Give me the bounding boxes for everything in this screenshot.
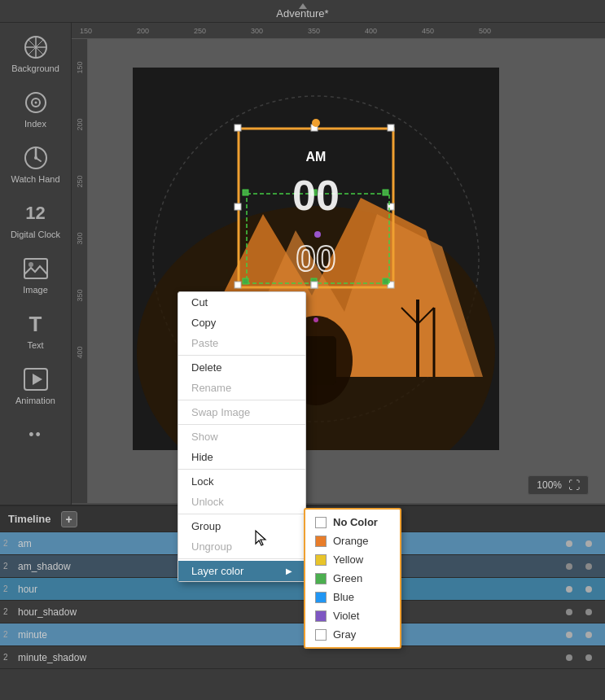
ruler-mark-v: 300 — [76, 232, 84, 244]
sidebar-item-text[interactable]: T Text — [3, 306, 68, 353]
gray-swatch — [315, 629, 327, 641]
svg-rect-42 — [243, 190, 248, 195]
yellow-swatch — [315, 554, 327, 566]
layer-name-hour-shadow: hour_shadow — [18, 606, 566, 618]
ruler-mark: 150 — [80, 27, 92, 35]
layer-num: 2 — [3, 630, 15, 639]
layer-dot — [566, 609, 572, 615]
layer-name-minute: minute — [18, 629, 566, 641]
maximize-icon[interactable]: ⛶ — [568, 479, 580, 492]
sidebar-item-index[interactable]: Index — [3, 85, 68, 132]
timeline-title: Timeline — [8, 513, 51, 525]
canvas[interactable]: AM 00 00 100% ⛶ — [88, 39, 605, 503]
svg-point-13 — [28, 262, 33, 267]
submenu-item-green[interactable]: Green — [305, 569, 400, 588]
menu-item-paste: Paste — [178, 333, 305, 353]
svg-text:00: 00 — [292, 172, 340, 219]
submenu-item-gray[interactable]: Gray — [305, 625, 400, 644]
menu-item-delete[interactable]: Delete — [178, 357, 305, 378]
sidebar-item-watch-hand[interactable]: Watch Hand — [3, 140, 68, 187]
ruler-mark-v: 400 — [76, 346, 84, 358]
timeline-add-button[interactable]: + — [61, 511, 77, 527]
menu-item-ungroup: Ungroup — [178, 536, 305, 557]
svg-rect-38 — [235, 203, 241, 210]
layer-dot — [585, 609, 592, 615]
title-bar: Adventure* — [0, 0, 605, 23]
ruler-mark-v: 200 — [76, 118, 84, 130]
menu-item-hide[interactable]: Hide — [178, 447, 305, 467]
layer-color-submenu: No Color Orange Yellow Green Blue Violet… — [304, 508, 401, 649]
sidebar-item-image[interactable]: Image — [3, 251, 68, 298]
submenu-item-violet[interactable]: Violet — [305, 606, 400, 625]
zoom-bar: 100% ⛶ — [528, 475, 589, 495]
ruler-mark: 250 — [194, 27, 206, 35]
ruler-mark-v: 150 — [76, 61, 84, 73]
ruler-mark: 500 — [479, 27, 491, 35]
layer-dot — [585, 632, 592, 638]
layer-dots — [566, 540, 598, 547]
sidebar-item-animation[interactable]: Animation — [3, 361, 68, 409]
svg-rect-34 — [235, 282, 241, 288]
layer-num: 2 — [3, 607, 15, 616]
layer-dots — [566, 586, 598, 593]
menu-item-layer-color[interactable]: Layer color ▶ — [178, 561, 305, 581]
menu-item-copy[interactable]: Copy — [178, 313, 305, 333]
submenu-item-no-color[interactable]: No Color — [305, 513, 400, 532]
ruler-mark: 450 — [422, 27, 434, 35]
menu-item-show: Show — [178, 427, 305, 447]
menu-item-group[interactable]: Group — [178, 516, 305, 536]
submenu-item-yellow[interactable]: Yellow — [305, 550, 400, 569]
menu-separator — [178, 355, 305, 356]
layer-dot — [585, 540, 592, 547]
menu-item-cut[interactable]: Cut — [178, 292, 305, 313]
sidebar-label-text: Text — [27, 340, 43, 350]
app-title: Adventure* — [276, 7, 328, 20]
layer-dot — [566, 586, 572, 593]
layer-dot — [566, 563, 572, 570]
text-icon: T — [21, 309, 50, 339]
blue-label: Blue — [333, 591, 354, 603]
svg-text:AM: AM — [306, 150, 327, 164]
background-icon — [21, 33, 50, 62]
green-label: Green — [333, 572, 362, 584]
orange-label: Orange — [333, 535, 368, 547]
ruler-mark-v: 250 — [76, 175, 84, 187]
layer-dot — [585, 563, 592, 570]
layer-dots — [566, 632, 598, 638]
svg-marker-15 — [33, 374, 42, 385]
image-icon — [21, 254, 50, 283]
timeline-layer-hour-shadow[interactable]: 2 hour_shadow — [0, 601, 605, 623]
layer-num: 2 — [3, 539, 15, 548]
zoom-label: 100% — [537, 479, 562, 491]
index-icon — [21, 88, 50, 117]
watch-hand-icon — [21, 143, 50, 173]
svg-text:00: 00 — [296, 238, 336, 278]
menu-separator-5 — [178, 514, 305, 514]
context-menu: Cut Copy Paste Delete Rename Swap Image … — [178, 291, 306, 582]
ruler-mark: 400 — [365, 27, 377, 35]
digital-clock-icon: 12 — [21, 199, 50, 228]
sidebar-item-digital-clock[interactable]: 12 Digital Clock — [3, 195, 68, 243]
ruler-left: 150 200 250 300 350 400 — [72, 39, 88, 503]
timeline-layer-minute-shadow[interactable]: 2 minute_shadow — [0, 646, 605, 669]
svg-point-11 — [34, 156, 37, 160]
menu-item-lock[interactable]: Lock — [178, 471, 305, 492]
sidebar: Background Index Watch Hand 12 Digital C… — [0, 23, 72, 527]
sidebar-item-more[interactable]: •• — [3, 417, 68, 453]
submenu-item-blue[interactable]: Blue — [305, 588, 400, 606]
timeline-layer-minute[interactable]: 2 minute — [0, 623, 605, 646]
layer-dot — [585, 586, 592, 593]
ruler-mark: 200 — [137, 27, 149, 35]
menu-separator-3 — [178, 424, 305, 425]
no-color-swatch — [315, 517, 327, 528]
svg-rect-39 — [388, 203, 394, 210]
sidebar-item-background[interactable]: Background — [3, 29, 68, 77]
ruler-mark-v: 350 — [76, 289, 84, 301]
submenu-item-orange[interactable]: Orange — [305, 532, 400, 550]
violet-label: Violet — [333, 610, 359, 622]
submenu-arrow-icon: ▶ — [286, 567, 292, 575]
svg-point-40 — [312, 119, 320, 127]
ruler-top: 150 200 250 300 350 400 450 500 — [72, 23, 605, 39]
yellow-label: Yellow — [333, 553, 363, 566]
menu-separator-2 — [178, 400, 305, 400]
